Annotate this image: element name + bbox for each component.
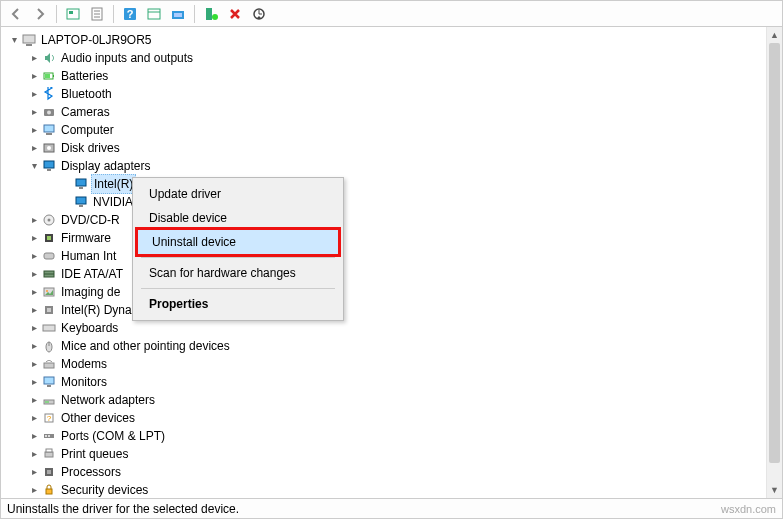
category-label: Ports (COM & LPT)	[61, 427, 165, 445]
menu-properties[interactable]: Properties	[135, 292, 341, 316]
tree-category[interactable]: ▸Batteries	[1, 67, 782, 85]
remove-button[interactable]	[224, 3, 246, 25]
menu-update-driver[interactable]: Update driver	[135, 182, 341, 206]
tree-category[interactable]: ▸Monitors	[1, 373, 782, 391]
tree-root[interactable]: ▾ LAPTOP-0LJR9OR5	[1, 31, 782, 49]
expander-icon[interactable]: ▸	[27, 409, 41, 427]
category-label: Imaging de	[61, 283, 120, 301]
expander-icon[interactable]: ▸	[27, 211, 41, 229]
toolbar-separator	[194, 5, 195, 23]
tree-category[interactable]: ▸Bluetooth	[1, 85, 782, 103]
tree-device[interactable]: NVIDIA	[1, 193, 782, 211]
vertical-scrollbar[interactable]: ▲ ▼	[766, 27, 782, 498]
tree-category[interactable]: ▸Intel(R) Dynamic Platform and Thermal F…	[1, 301, 782, 319]
expander-icon[interactable]: ▸	[27, 121, 41, 139]
expander-icon[interactable]: ▸	[27, 247, 41, 265]
tree-category[interactable]: ▸Security devices	[1, 481, 782, 498]
display-icon	[41, 158, 57, 174]
expander-icon[interactable]: ▸	[27, 67, 41, 85]
tree-category[interactable]: ▸Keyboards	[1, 319, 782, 337]
tree-category[interactable]: ▸Human Int	[1, 247, 782, 265]
scan-button[interactable]	[167, 3, 189, 25]
svg-rect-57	[48, 435, 50, 437]
forward-button[interactable]	[29, 3, 51, 25]
properties-button[interactable]	[86, 3, 108, 25]
tree-device[interactable]: Intel(R)	[1, 175, 782, 193]
category-label: Mice and other pointing devices	[61, 337, 230, 355]
back-button[interactable]	[5, 3, 27, 25]
expander-icon[interactable]: ▸	[27, 355, 41, 373]
tree-category[interactable]: ▸Audio inputs and outputs	[1, 49, 782, 67]
highlight-uninstall: Uninstall device	[135, 227, 341, 257]
tree-category[interactable]: ▸Cameras	[1, 103, 782, 121]
category-label: Disk drives	[61, 139, 120, 157]
tree-category[interactable]: ▸Ports (COM & LPT)	[1, 427, 782, 445]
tree-category[interactable]: ▸Network adapters	[1, 391, 782, 409]
menu-divider	[141, 288, 335, 289]
view-button[interactable]	[143, 3, 165, 25]
expander-icon[interactable]: ▸	[27, 427, 41, 445]
expander-icon[interactable]: ▾	[7, 31, 21, 49]
category-label: IDE ATA/AT	[61, 265, 123, 283]
status-bar: Uninstalls the driver for the selected d…	[1, 498, 782, 518]
tree-category[interactable]: ▸?Other devices	[1, 409, 782, 427]
dvd-icon	[41, 212, 57, 228]
scroll-thumb[interactable]	[769, 43, 780, 463]
svg-point-40	[46, 290, 48, 292]
svg-rect-23	[46, 133, 52, 135]
tree-category[interactable]: ▸Modems	[1, 355, 782, 373]
add-button[interactable]	[200, 3, 222, 25]
expander-icon[interactable]: ▸	[27, 373, 41, 391]
audio-icon	[41, 50, 57, 66]
category-label: Human Int	[61, 247, 116, 265]
tree-category[interactable]: ▸IDE ATA/AT	[1, 265, 782, 283]
battery-icon	[41, 68, 57, 84]
update-button[interactable]	[248, 3, 270, 25]
svg-rect-1	[69, 11, 73, 14]
tree-category[interactable]: ▸Computer	[1, 121, 782, 139]
category-label: Display adapters	[61, 157, 150, 175]
tree-category[interactable]: ▸Print queues	[1, 445, 782, 463]
svg-rect-59	[46, 449, 52, 452]
tree-category[interactable]: ▸Processors	[1, 463, 782, 481]
svg-rect-42	[47, 308, 51, 312]
computer-icon	[21, 32, 37, 48]
expander-icon[interactable]: ▸	[27, 265, 41, 283]
expander-icon[interactable]: ▸	[27, 103, 41, 121]
tree-category[interactable]: ▸Disk drives	[1, 139, 782, 157]
show-hidden-button[interactable]	[62, 3, 84, 25]
svg-rect-36	[44, 253, 54, 259]
expander-icon[interactable]: ▸	[27, 391, 41, 409]
svg-point-13	[212, 14, 218, 20]
expander-icon[interactable]: ▸	[27, 85, 41, 103]
svg-rect-49	[47, 385, 51, 387]
expander-icon[interactable]: ▾	[27, 157, 41, 175]
expander-icon[interactable]: ▸	[27, 337, 41, 355]
tree-category[interactable]: ▸Imaging de	[1, 283, 782, 301]
help-button[interactable]: ?	[119, 3, 141, 25]
device-tree[interactable]: ▾ LAPTOP-0LJR9OR5 ▸Audio inputs and outp…	[1, 27, 782, 498]
menu-scan-changes[interactable]: Scan for hardware changes	[135, 261, 341, 285]
tree-category[interactable]: ▸DVD/CD-R	[1, 211, 782, 229]
expander-icon[interactable]: ▸	[27, 481, 41, 498]
tree-category[interactable]: ▸Firmware	[1, 229, 782, 247]
scroll-up-icon[interactable]: ▲	[767, 27, 782, 43]
expander-icon[interactable]: ▸	[27, 445, 41, 463]
expander-icon[interactable]: ▸	[27, 283, 41, 301]
menu-uninstall-device[interactable]: Uninstall device	[138, 230, 338, 254]
svg-rect-62	[46, 489, 52, 494]
expander-icon[interactable]: ▸	[27, 463, 41, 481]
expander-icon[interactable]: ▸	[27, 319, 41, 337]
expander-icon[interactable]: ▸	[27, 49, 41, 67]
tree-category[interactable]: ▸Mice and other pointing devices	[1, 337, 782, 355]
display-icon	[73, 194, 89, 210]
device-label: NVIDIA	[93, 193, 133, 211]
expander-icon[interactable]: ▸	[27, 229, 41, 247]
category-label: Security devices	[61, 481, 148, 498]
svg-rect-47	[44, 363, 54, 368]
scroll-down-icon[interactable]: ▼	[767, 482, 782, 498]
expander-icon[interactable]: ▸	[27, 139, 41, 157]
tree-category[interactable]: ▾Display adapters	[1, 157, 782, 175]
expander-icon[interactable]: ▸	[27, 301, 41, 319]
display-icon	[73, 176, 89, 192]
